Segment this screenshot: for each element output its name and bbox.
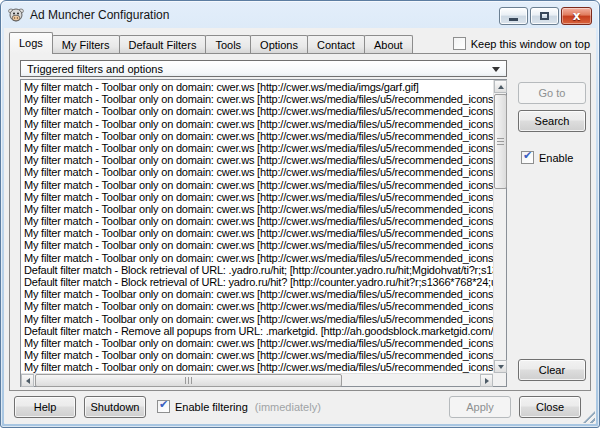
window-title: Ad Muncher Configuration bbox=[30, 8, 169, 22]
log-row[interactable]: My filter match - Toolbar only on domain… bbox=[24, 130, 493, 142]
log-row[interactable]: My filter match - Toolbar only on domain… bbox=[24, 239, 493, 251]
arrow-left-icon bbox=[26, 378, 30, 384]
footer-bar: Help Shutdown Enable filtering (immediat… bbox=[9, 396, 591, 418]
log-row[interactable]: My filter match - Toolbar only on domain… bbox=[24, 227, 493, 239]
thumb-grip-icon bbox=[497, 138, 504, 146]
enable-log-checkbox[interactable]: Enable bbox=[521, 151, 573, 164]
scroll-up-button[interactable] bbox=[494, 80, 507, 93]
tab-options[interactable]: Options bbox=[250, 35, 308, 54]
log-row[interactable]: My filter match - Toolbar only on domain… bbox=[24, 142, 493, 154]
ad-muncher-window: Ad Muncher Configuration x LogsMy Filter… bbox=[0, 0, 600, 428]
client-area: LogsMy FiltersDefault FiltersToolsOption… bbox=[4, 28, 596, 424]
keep-on-top-box[interactable] bbox=[453, 37, 466, 50]
close-icon: x bbox=[573, 10, 581, 22]
horizontal-scrollbar-thumb[interactable] bbox=[35, 374, 342, 387]
app-icon bbox=[8, 7, 24, 23]
log-row[interactable]: Default filter match - Remove all popups… bbox=[24, 325, 493, 337]
arrow-up-icon bbox=[498, 85, 504, 89]
tab-about[interactable]: About bbox=[364, 35, 413, 54]
enable-filtering-suffix: (immediately) bbox=[255, 401, 321, 413]
log-lines: My filter match - Toolbar only on domain… bbox=[21, 81, 493, 373]
log-row[interactable]: My filter match - Toolbar only on domain… bbox=[24, 300, 493, 312]
log-row[interactable]: My filter match - Toolbar only on domain… bbox=[24, 93, 493, 105]
log-row[interactable]: Default filter match - Block retrieval o… bbox=[24, 264, 493, 276]
minimize-icon bbox=[509, 18, 518, 21]
log-row[interactable]: Default filter match - Block retrieval o… bbox=[24, 276, 493, 288]
log-row[interactable]: My filter match - Toolbar only on domain… bbox=[24, 203, 493, 215]
minimize-button[interactable] bbox=[499, 7, 528, 25]
log-row[interactable]: My filter match - Toolbar only on domain… bbox=[24, 361, 493, 373]
enable-filtering-checkbox[interactable]: Enable filtering (immediately) bbox=[157, 400, 321, 413]
tab-contact[interactable]: Contact bbox=[307, 35, 365, 54]
log-listbox[interactable]: My filter match - Toolbar only on domain… bbox=[20, 79, 507, 387]
vertical-scrollbar[interactable] bbox=[493, 80, 506, 373]
help-button[interactable]: Help bbox=[14, 396, 76, 418]
close-button[interactable]: Close bbox=[519, 396, 581, 418]
log-row[interactable]: My filter match - Toolbar only on domain… bbox=[24, 349, 493, 361]
tab-my-filters[interactable]: My Filters bbox=[52, 35, 120, 54]
logs-tab-panel: Triggered filters and options My filter … bbox=[9, 53, 591, 391]
maximize-button[interactable] bbox=[530, 7, 559, 25]
log-row[interactable]: My filter match - Toolbar only on domain… bbox=[24, 215, 493, 227]
tab-strip: LogsMy FiltersDefault FiltersToolsOption… bbox=[9, 32, 591, 54]
log-row[interactable]: My filter match - Toolbar only on domain… bbox=[24, 337, 493, 349]
log-row[interactable]: My filter match - Toolbar only on domain… bbox=[24, 191, 493, 203]
arrow-right-icon bbox=[485, 378, 489, 384]
keep-on-top-checkbox[interactable]: Keep this window on top bbox=[453, 37, 590, 50]
vertical-scrollbar-thumb[interactable] bbox=[494, 94, 507, 189]
horizontal-scrollbar[interactable] bbox=[21, 373, 493, 386]
arrow-down-icon bbox=[498, 365, 504, 369]
scroll-right-button[interactable] bbox=[480, 374, 493, 387]
scrollbar-corner bbox=[493, 373, 506, 386]
thumb-grip-icon bbox=[185, 377, 193, 384]
shutdown-button[interactable]: Shutdown bbox=[84, 396, 146, 418]
scroll-down-button[interactable] bbox=[494, 360, 507, 373]
log-row[interactable]: My filter match - Toolbar only on domain… bbox=[24, 288, 493, 300]
log-row[interactable]: My filter match - Toolbar only on domain… bbox=[24, 105, 493, 117]
tab-default-filters[interactable]: Default Filters bbox=[119, 35, 207, 54]
enable-log-box[interactable] bbox=[521, 151, 534, 164]
go-to-button[interactable]: Go to bbox=[518, 82, 586, 104]
log-type-dropdown-value: Triggered filters and options bbox=[27, 63, 163, 75]
keep-on-top-label: Keep this window on top bbox=[471, 38, 590, 50]
chevron-down-icon bbox=[492, 67, 500, 72]
tab-tools[interactable]: Tools bbox=[205, 35, 251, 54]
search-button[interactable]: Search bbox=[518, 110, 586, 132]
log-row[interactable]: My filter match - Toolbar only on domain… bbox=[24, 313, 493, 325]
log-row[interactable]: My filter match - Toolbar only on domain… bbox=[24, 81, 493, 93]
apply-button[interactable]: Apply bbox=[449, 396, 511, 418]
maximize-icon bbox=[540, 12, 549, 20]
log-row[interactable]: My filter match - Toolbar only on domain… bbox=[24, 179, 493, 191]
log-row[interactable]: My filter match - Toolbar only on domain… bbox=[24, 252, 493, 264]
enable-filtering-label: Enable filtering bbox=[175, 401, 248, 413]
log-row[interactable]: My filter match - Toolbar only on domain… bbox=[24, 166, 493, 178]
log-row[interactable]: My filter match - Toolbar only on domain… bbox=[24, 118, 493, 130]
close-window-button[interactable]: x bbox=[561, 7, 592, 25]
log-type-dropdown[interactable]: Triggered filters and options bbox=[20, 60, 507, 77]
clear-button[interactable]: Clear bbox=[518, 359, 586, 381]
scroll-left-button[interactable] bbox=[21, 374, 34, 387]
log-row[interactable]: My filter match - Toolbar only on domain… bbox=[24, 154, 493, 166]
enable-log-label: Enable bbox=[539, 152, 573, 164]
enable-filtering-box[interactable] bbox=[157, 400, 170, 413]
tab-logs[interactable]: Logs bbox=[9, 32, 53, 54]
